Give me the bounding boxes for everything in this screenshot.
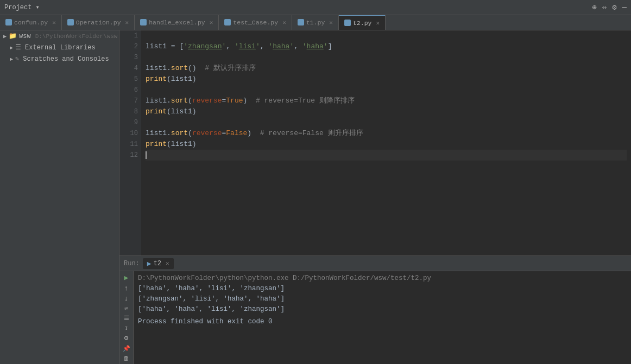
tab-test-case[interactable]: test_Case.py ✕: [219, 15, 292, 30]
wrap-button[interactable]: ⇌: [121, 305, 132, 312]
line-num-1: 1: [123, 30, 138, 41]
tab-test-case-label: test_Case.py: [233, 19, 278, 26]
run-tab-close[interactable]: ✕: [166, 260, 169, 267]
line-num-11: 11: [123, 139, 138, 150]
code-line-8: print(list1): [146, 106, 627, 117]
output-line-3: ['haha', 'haha', 'lisi', 'zhangsan']: [138, 304, 627, 315]
output-line-2: ['zhangsan', 'lisi', 'haha', 'haha']: [138, 294, 627, 304]
line-num-10: 10: [123, 128, 138, 139]
settings-icon[interactable]: ⚙: [612, 3, 616, 12]
main-area: ▶ 📁 wsw D:\PythonWorkFolder\wsw ▶ ☰ Exte…: [0, 30, 631, 364]
code-content[interactable]: list1 = [ 'zhangsan' , 'lisi' , 'haha' ,…: [141, 30, 631, 256]
run-label: Run:: [124, 260, 140, 267]
text-cursor: [146, 151, 147, 159]
py-icon: [298, 19, 304, 25]
tab-confun-close[interactable]: ✕: [52, 19, 56, 26]
py-icon: [5, 19, 12, 25]
project-path: D:\PythonWorkFolder\wsw: [35, 33, 118, 40]
play-button[interactable]: ▶: [121, 273, 132, 282]
tab-t2-label: t2.py: [353, 20, 372, 27]
tab-confun-label: confun.py: [14, 19, 48, 26]
project-dropdown[interactable]: Project ▾: [4, 3, 40, 11]
title-bar: Project ▾ ⊕ ⇔ ⚙ —: [0, 0, 631, 15]
line-num-8: 8: [123, 106, 138, 117]
filter-button[interactable]: ☰: [121, 315, 132, 322]
line-num-9: 9: [123, 117, 138, 128]
line-num-5: 5: [123, 74, 138, 85]
tab-t2-close[interactable]: ✕: [376, 20, 380, 27]
external-libraries-label: External Libraries: [25, 44, 96, 52]
lib-icon: ☰: [15, 43, 21, 52]
tab-t1[interactable]: t1.py ✕: [292, 15, 339, 30]
code-editor[interactable]: 1 2 3 4 5 6 7 8 9 10 11 12 list1: [119, 30, 631, 256]
sidebar: ▶ 📁 wsw D:\PythonWorkFolder\wsw ▶ ☰ Exte…: [0, 30, 119, 364]
tabs-bar: confun.py ✕ Operation.py ✕ handle_excel.…: [0, 15, 631, 30]
code-line-5: print(list1): [146, 74, 627, 85]
line-num-4: 4: [123, 63, 138, 74]
line-num-6: 6: [123, 85, 138, 95]
run-tab-t2[interactable]: ▶ t2 ✕: [143, 258, 174, 269]
code-line-9: [146, 117, 627, 128]
run-command: D:\PythonWorkFolder\python\python.exe D:…: [138, 273, 627, 284]
editor-area: 1 2 3 4 5 6 7 8 9 10 11 12 list1: [119, 30, 631, 364]
scratch-icon: ✎: [15, 55, 19, 63]
line-num-7: 7: [123, 95, 138, 106]
tab-handle-excel[interactable]: handle_excel.py ✕: [135, 15, 219, 30]
pin-button[interactable]: 📌: [121, 344, 132, 352]
tab-operation[interactable]: Operation.py ✕: [62, 15, 135, 30]
py-icon: [344, 20, 351, 26]
line-num-12: 12: [123, 150, 138, 161]
scroll-up-button[interactable]: ↑: [121, 284, 132, 292]
expand-icon: ▶: [3, 33, 7, 40]
split-icon[interactable]: ⇔: [602, 3, 607, 12]
code-line-12: [146, 150, 627, 161]
code-line-2: list1 = [ 'zhangsan' , 'lisi' , 'haha' ,…: [146, 41, 627, 52]
exit-message: Process finished with exit code 0: [138, 317, 627, 327]
scroll-end-button[interactable]: ↧: [121, 324, 132, 332]
tab-confun[interactable]: confun.py ✕: [0, 15, 62, 30]
title-bar-right: ⊕ ⇔ ⚙ —: [592, 3, 627, 12]
sidebar-item-external-libraries[interactable]: ▶ ☰ External Libraries: [0, 42, 119, 53]
scroll-down-button[interactable]: ↓: [121, 295, 132, 303]
expand-icon: ▶: [10, 44, 13, 51]
code-line-4: list1.sort() # 默认升序排序: [146, 63, 627, 74]
tab-operation-close[interactable]: ✕: [125, 19, 129, 26]
sidebar-item-wsw[interactable]: ▶ 📁 wsw D:\PythonWorkFolder\wsw: [0, 30, 119, 42]
globe-icon[interactable]: ⊕: [592, 3, 596, 12]
output-line-1: ['haha', 'haha', 'lisi', 'zhangsan']: [138, 284, 627, 294]
code-line-7: list1.sort(reverse=True) # reverse=True …: [146, 95, 627, 106]
expand-icon: ▶: [10, 56, 13, 62]
minimize-icon[interactable]: —: [622, 3, 627, 12]
trash-button[interactable]: 🗑: [121, 354, 132, 362]
code-line-10: list1.sort(reverse=False) # reverse=Fals…: [146, 128, 627, 139]
tab-t2[interactable]: t2.py ✕: [339, 15, 386, 30]
settings-button[interactable]: ⚙: [121, 334, 132, 342]
run-tab-bar: Run: ▶ t2 ✕: [119, 256, 631, 271]
code-line-3: [146, 52, 627, 63]
sidebar-item-scratches[interactable]: ▶ ✎ Scratches and Consoles: [0, 53, 119, 65]
tab-t1-label: t1.py: [306, 19, 325, 26]
folder-icon: 📁: [9, 32, 17, 40]
line-numbers: 1 2 3 4 5 6 7 8 9 10 11 12: [119, 30, 141, 256]
tab-t1-close[interactable]: ✕: [329, 19, 333, 26]
run-content-area: ▶ ↑ ↓ ⇌ ☰ ↧ ⚙ 📌 🗑 D:\PythonWorkFolder\py…: [119, 271, 631, 364]
code-line-1: [146, 30, 627, 41]
tab-operation-label: Operation.py: [76, 19, 121, 26]
line-num-2: 2: [123, 41, 138, 52]
line-num-3: 3: [123, 52, 138, 63]
code-line-11: print(list1): [146, 139, 627, 150]
run-tab-label: t2: [154, 260, 161, 267]
py-icon: [140, 19, 147, 25]
project-name: wsw: [19, 33, 31, 40]
tab-handle-excel-close[interactable]: ✕: [210, 19, 213, 26]
code-line-6: [146, 85, 627, 95]
tab-test-case-close[interactable]: ✕: [282, 19, 286, 26]
py-icon: [67, 19, 74, 25]
tab-handle-excel-label: handle_excel.py: [149, 19, 205, 26]
run-panel: Run: ▶ t2 ✕ ▶ ↑ ↓ ⇌ ☰ ↧ ⚙ 📌: [119, 256, 631, 364]
run-output: D:\PythonWorkFolder\python\python.exe D:…: [134, 271, 631, 364]
py-icon: [224, 19, 231, 25]
title-bar-left: Project ▾: [4, 3, 40, 11]
run-toolbar: ▶ ↑ ↓ ⇌ ☰ ↧ ⚙ 📌 🗑: [119, 271, 134, 364]
run-tab-py-icon: ▶: [147, 259, 152, 268]
